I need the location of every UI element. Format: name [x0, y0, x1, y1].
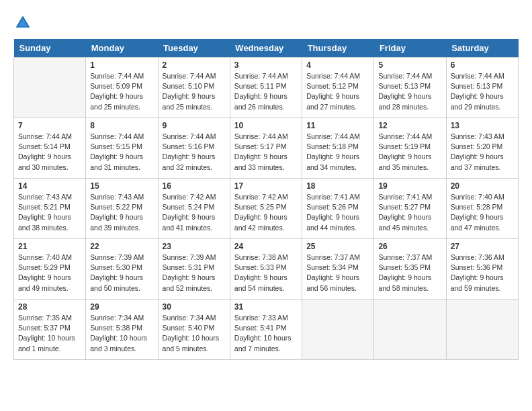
day-info: Sunrise: 7:43 AM Sunset: 5:20 PM Dayligh…	[451, 132, 514, 173]
calendar-table: SundayMondayTuesdayWednesdayThursdayFrid…	[13, 39, 519, 360]
calendar-cell: 6Sunrise: 7:44 AM Sunset: 5:13 PM Daylig…	[446, 58, 518, 118]
calendar-cell: 16Sunrise: 7:42 AM Sunset: 5:24 PM Dayli…	[158, 179, 230, 239]
day-info: Sunrise: 7:44 AM Sunset: 5:14 PM Dayligh…	[18, 132, 81, 173]
calendar-cell: 1Sunrise: 7:44 AM Sunset: 5:09 PM Daylig…	[86, 58, 158, 118]
calendar-cell: 9Sunrise: 7:44 AM Sunset: 5:16 PM Daylig…	[158, 118, 230, 179]
calendar-cell: 20Sunrise: 7:40 AM Sunset: 5:28 PM Dayli…	[446, 179, 518, 239]
day-number: 21	[18, 242, 81, 251]
day-number: 5	[378, 60, 441, 70]
day-number: 30	[163, 302, 226, 312]
calendar-cell: 24Sunrise: 7:38 AM Sunset: 5:33 PM Dayli…	[230, 239, 302, 300]
weekday-header-sunday: Sunday	[14, 39, 86, 58]
calendar-cell	[302, 300, 374, 360]
day-info: Sunrise: 7:34 AM Sunset: 5:38 PM Dayligh…	[90, 313, 153, 354]
day-info: Sunrise: 7:44 AM Sunset: 5:18 PM Dayligh…	[306, 132, 369, 173]
day-info: Sunrise: 7:41 AM Sunset: 5:27 PM Dayligh…	[378, 192, 441, 233]
calendar-cell	[14, 58, 86, 118]
calendar-cell: 2Sunrise: 7:44 AM Sunset: 5:10 PM Daylig…	[158, 58, 230, 118]
weekday-header-friday: Friday	[374, 39, 446, 58]
day-number: 9	[163, 121, 226, 130]
day-info: Sunrise: 7:33 AM Sunset: 5:41 PM Dayligh…	[234, 313, 298, 354]
calendar-cell: 14Sunrise: 7:43 AM Sunset: 5:21 PM Dayli…	[14, 179, 86, 239]
calendar-cell: 28Sunrise: 7:35 AM Sunset: 5:37 PM Dayli…	[14, 300, 86, 360]
day-info: Sunrise: 7:44 AM Sunset: 5:09 PM Dayligh…	[90, 71, 153, 112]
day-number: 4	[306, 60, 369, 70]
logo	[13, 13, 35, 32]
day-number: 29	[90, 302, 153, 312]
calendar-cell: 17Sunrise: 7:42 AM Sunset: 5:25 PM Dayli…	[230, 179, 302, 239]
day-number: 7	[18, 121, 81, 130]
calendar-cell: 5Sunrise: 7:44 AM Sunset: 5:13 PM Daylig…	[374, 58, 446, 118]
day-info: Sunrise: 7:35 AM Sunset: 5:37 PM Dayligh…	[18, 313, 81, 354]
calendar-cell: 12Sunrise: 7:44 AM Sunset: 5:19 PM Dayli…	[374, 118, 446, 179]
day-number: 23	[163, 242, 226, 251]
calendar-week-row: 14Sunrise: 7:43 AM Sunset: 5:21 PM Dayli…	[14, 179, 519, 239]
day-info: Sunrise: 7:44 AM Sunset: 5:10 PM Dayligh…	[163, 71, 226, 112]
calendar-cell	[374, 300, 446, 360]
day-number: 22	[90, 242, 153, 251]
page-header	[13, 13, 519, 32]
calendar-cell: 18Sunrise: 7:41 AM Sunset: 5:26 PM Dayli…	[302, 179, 374, 239]
weekday-header-wednesday: Wednesday	[230, 39, 302, 58]
day-info: Sunrise: 7:43 AM Sunset: 5:22 PM Dayligh…	[90, 192, 153, 233]
day-number: 16	[163, 181, 226, 191]
weekday-header-monday: Monday	[86, 39, 158, 58]
day-number: 18	[306, 181, 369, 191]
calendar-cell: 31Sunrise: 7:33 AM Sunset: 5:41 PM Dayli…	[230, 300, 302, 360]
day-info: Sunrise: 7:37 AM Sunset: 5:35 PM Dayligh…	[378, 253, 441, 293]
day-info: Sunrise: 7:37 AM Sunset: 5:34 PM Dayligh…	[306, 253, 369, 293]
day-info: Sunrise: 7:42 AM Sunset: 5:24 PM Dayligh…	[163, 192, 226, 233]
calendar-cell: 25Sunrise: 7:37 AM Sunset: 5:34 PM Dayli…	[302, 239, 374, 300]
day-info: Sunrise: 7:39 AM Sunset: 5:30 PM Dayligh…	[90, 253, 153, 293]
day-info: Sunrise: 7:44 AM Sunset: 5:13 PM Dayligh…	[451, 71, 514, 112]
day-number: 2	[163, 60, 226, 70]
day-info: Sunrise: 7:34 AM Sunset: 5:40 PM Dayligh…	[163, 313, 226, 354]
day-number: 27	[451, 242, 514, 251]
calendar-cell: 11Sunrise: 7:44 AM Sunset: 5:18 PM Dayli…	[302, 118, 374, 179]
calendar-cell: 8Sunrise: 7:44 AM Sunset: 5:15 PM Daylig…	[86, 118, 158, 179]
weekday-header-saturday: Saturday	[446, 39, 518, 58]
day-info: Sunrise: 7:42 AM Sunset: 5:25 PM Dayligh…	[234, 192, 298, 233]
calendar-cell: 10Sunrise: 7:44 AM Sunset: 5:17 PM Dayli…	[230, 118, 302, 179]
day-number: 31	[234, 302, 298, 312]
calendar-cell: 26Sunrise: 7:37 AM Sunset: 5:35 PM Dayli…	[374, 239, 446, 300]
calendar-cell: 15Sunrise: 7:43 AM Sunset: 5:22 PM Dayli…	[86, 179, 158, 239]
calendar-week-row: 7Sunrise: 7:44 AM Sunset: 5:14 PM Daylig…	[14, 118, 519, 179]
day-number: 1	[90, 60, 153, 70]
day-info: Sunrise: 7:44 AM Sunset: 5:11 PM Dayligh…	[234, 71, 298, 112]
day-info: Sunrise: 7:44 AM Sunset: 5:17 PM Dayligh…	[234, 132, 298, 173]
day-number: 20	[451, 181, 514, 191]
calendar-cell: 19Sunrise: 7:41 AM Sunset: 5:27 PM Dayli…	[374, 179, 446, 239]
day-info: Sunrise: 7:39 AM Sunset: 5:31 PM Dayligh…	[163, 253, 226, 293]
calendar-cell: 22Sunrise: 7:39 AM Sunset: 5:30 PM Dayli…	[86, 239, 158, 300]
calendar-week-row: 21Sunrise: 7:40 AM Sunset: 5:29 PM Dayli…	[14, 239, 519, 300]
day-number: 26	[378, 242, 441, 251]
day-info: Sunrise: 7:44 AM Sunset: 5:13 PM Dayligh…	[378, 71, 441, 112]
day-number: 12	[378, 121, 441, 130]
day-info: Sunrise: 7:36 AM Sunset: 5:36 PM Dayligh…	[451, 253, 514, 293]
day-number: 17	[234, 181, 298, 191]
day-number: 6	[451, 60, 514, 70]
weekday-header-tuesday: Tuesday	[158, 39, 230, 58]
day-number: 24	[234, 242, 298, 251]
day-info: Sunrise: 7:38 AM Sunset: 5:33 PM Dayligh…	[234, 253, 298, 293]
day-number: 15	[90, 181, 153, 191]
day-number: 13	[451, 121, 514, 130]
day-number: 3	[234, 60, 298, 70]
calendar-cell: 3Sunrise: 7:44 AM Sunset: 5:11 PM Daylig…	[230, 58, 302, 118]
calendar-cell: 7Sunrise: 7:44 AM Sunset: 5:14 PM Daylig…	[14, 118, 86, 179]
day-info: Sunrise: 7:44 AM Sunset: 5:19 PM Dayligh…	[378, 132, 441, 173]
calendar-cell: 21Sunrise: 7:40 AM Sunset: 5:29 PM Dayli…	[14, 239, 86, 300]
day-number: 11	[306, 121, 369, 130]
weekday-header-thursday: Thursday	[302, 39, 374, 58]
day-info: Sunrise: 7:44 AM Sunset: 5:12 PM Dayligh…	[306, 71, 369, 112]
day-info: Sunrise: 7:44 AM Sunset: 5:16 PM Dayligh…	[163, 132, 226, 173]
calendar-week-row: 1Sunrise: 7:44 AM Sunset: 5:09 PM Daylig…	[14, 58, 519, 118]
calendar-cell: 4Sunrise: 7:44 AM Sunset: 5:12 PM Daylig…	[302, 58, 374, 118]
logo-icon	[13, 13, 32, 32]
calendar-cell: 29Sunrise: 7:34 AM Sunset: 5:38 PM Dayli…	[86, 300, 158, 360]
day-info: Sunrise: 7:41 AM Sunset: 5:26 PM Dayligh…	[306, 192, 369, 233]
day-info: Sunrise: 7:40 AM Sunset: 5:28 PM Dayligh…	[451, 192, 514, 233]
calendar-cell: 23Sunrise: 7:39 AM Sunset: 5:31 PM Dayli…	[158, 239, 230, 300]
day-info: Sunrise: 7:43 AM Sunset: 5:21 PM Dayligh…	[18, 192, 81, 233]
